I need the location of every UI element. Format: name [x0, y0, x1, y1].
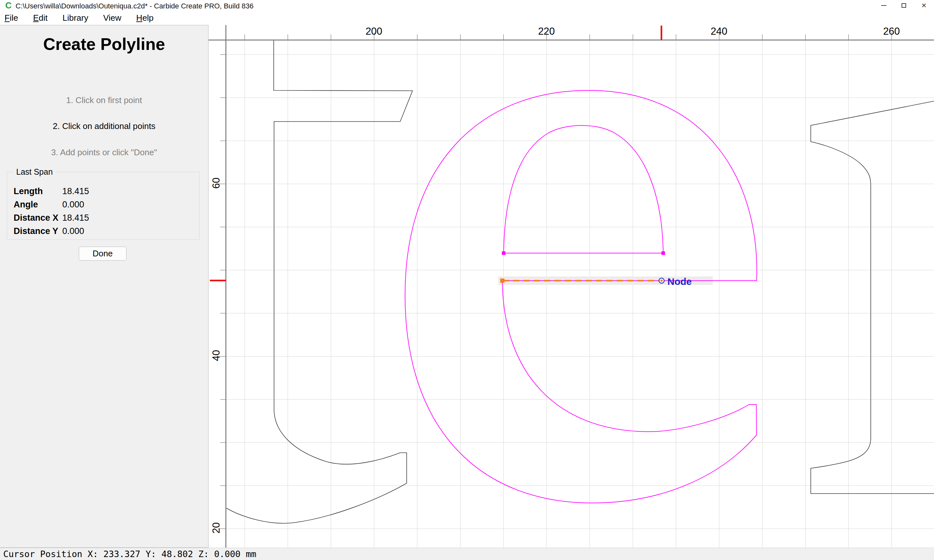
ruler-tick	[220, 227, 225, 227]
minimize-button[interactable]	[874, 0, 894, 11]
ruler-tick	[590, 34, 590, 40]
menu-view[interactable]: View	[103, 13, 121, 23]
ruler-label: 40	[211, 348, 222, 363]
ruler-corner	[225, 25, 227, 40]
ruler-label: 240	[704, 26, 734, 37]
menu-bar: File Edit Library View Help	[0, 11, 934, 25]
window-title: C:\Users\willa\Downloads\Outeniqua.c2d* …	[15, 2, 254, 10]
page-title: Create Polyline	[0, 34, 208, 54]
cursor-marker-horizontal	[661, 26, 662, 40]
drawing-canvas[interactable]: Node	[227, 40, 934, 548]
title-bar: C C:\Users\willa\Downloads\Outeniqua.c2d…	[0, 0, 934, 11]
last-span-group: Last Span Length 18.415 Angle 0.000 Dist…	[7, 172, 199, 240]
glyph-outline-left[interactable]	[227, 40, 413, 523]
node-tooltip-label: Node	[667, 276, 692, 287]
ruler-tick	[220, 485, 225, 486]
ruler-label: 220	[532, 26, 561, 37]
selected-glyph-e-counter[interactable]	[504, 125, 663, 253]
angle-label: Angle	[14, 200, 56, 210]
close-icon: ✕	[921, 2, 927, 9]
tool-panel: Create Polyline 1. Click on first point …	[0, 25, 208, 548]
vertex-node-left[interactable]	[502, 251, 506, 255]
ruler-tick	[220, 442, 225, 443]
distance-x-label: Distance X	[14, 213, 59, 223]
length-value: 18.415	[62, 186, 89, 196]
app-logo-icon: C	[4, 1, 13, 10]
angle-value: 0.000	[62, 200, 84, 210]
snap-node-dot-icon	[661, 280, 663, 282]
last-span-angle-row: Angle 0.000	[14, 200, 56, 210]
close-button[interactable]: ✕	[914, 0, 934, 11]
ruler-tick	[762, 34, 763, 40]
horizontal-ruler: 200220240260	[208, 25, 934, 40]
ruler-label: 60	[211, 176, 222, 190]
maximize-icon	[902, 3, 906, 8]
last-span-length-row: Length 18.415	[14, 186, 56, 196]
ruler-label: 200	[359, 26, 388, 37]
ruler-tick	[460, 34, 461, 40]
menu-edit[interactable]: Edit	[33, 13, 48, 23]
done-button[interactable]: Done	[79, 247, 126, 260]
ruler-tick	[220, 54, 225, 55]
menu-file[interactable]: File	[5, 13, 18, 23]
cursor-position-readout: Cursor Position X: 233.327 Y: 48.802 Z: …	[3, 549, 256, 559]
ruler-tick	[245, 34, 245, 40]
distance-y-value: 0.000	[62, 226, 84, 236]
step-1: 1. Click on first point	[0, 95, 208, 105]
status-bar: Cursor Position X: 233.327 Y: 48.802 Z: …	[0, 548, 934, 560]
ruler-tick	[288, 34, 288, 40]
ruler-tick	[220, 97, 225, 98]
selected-glyph-e-outer[interactable]	[405, 91, 757, 503]
distance-y-label: Distance Y	[14, 226, 59, 236]
ruler-tick	[848, 34, 849, 40]
maximize-button[interactable]	[894, 0, 914, 11]
ruler-tick	[503, 34, 504, 40]
menu-library[interactable]: Library	[63, 13, 88, 23]
vector-layer: Node	[227, 40, 934, 548]
ruler-tick	[220, 141, 225, 141]
ruler-tick	[220, 399, 225, 400]
glyph-outline-right[interactable]	[811, 101, 934, 494]
ruler-tick	[220, 270, 225, 270]
last-span-distance-y-row: Distance Y 0.000	[14, 226, 59, 236]
step-2: 2. Click on additional points	[0, 121, 208, 131]
polyline-start-point[interactable]	[500, 279, 505, 283]
distance-x-value: 18.415	[62, 213, 89, 223]
step-3: 3. Add points or click "Done"	[0, 148, 208, 157]
ruler-tick	[331, 34, 331, 40]
ruler-label: 260	[877, 26, 906, 37]
vertex-node-right[interactable]	[661, 251, 665, 255]
length-label: Length	[14, 186, 56, 196]
window-controls: ✕	[874, 0, 934, 11]
menu-help[interactable]: Help	[136, 13, 153, 23]
ruler-tick	[633, 34, 633, 40]
last-span-label: Last Span	[14, 167, 55, 177]
ruler-label: 20	[211, 521, 222, 535]
vertical-ruler: 604020	[208, 40, 227, 548]
ruler-tick	[805, 34, 806, 40]
last-span-distance-x-row: Distance X 18.415	[14, 213, 59, 223]
ruler-tick	[676, 34, 676, 40]
cursor-marker-vertical	[210, 280, 226, 281]
ruler-tick	[417, 34, 418, 40]
minimize-icon	[881, 5, 886, 6]
